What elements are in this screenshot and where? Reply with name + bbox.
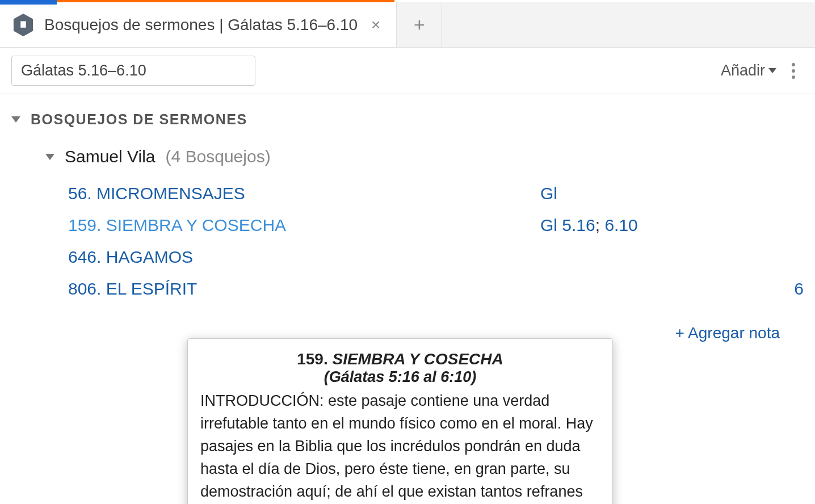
more-menu-button[interactable] [783, 60, 804, 82]
add-dropdown[interactable]: Añadir [721, 62, 776, 79]
section-title: BOSQUEJOS DE SERMONES [31, 111, 247, 128]
reference-link[interactable]: 6 [794, 273, 804, 305]
preview-popover: 159. SIEMBRA Y COSECHA (Gálatas 5:16 al … [187, 338, 613, 504]
popover-title: 159. SIEMBRA Y COSECHA [200, 350, 600, 368]
tab-bar: Bosquejos de sermones | Gálatas 5.16–6.1… [0, 2, 815, 48]
toolbar: Añadir [0, 48, 815, 94]
outline-link[interactable]: 646. HAGAMOS [68, 241, 533, 273]
reference-group: Gl 5.16; 6.10 [540, 209, 638, 241]
author-row[interactable]: Samuel Vila (4 Bosquejos) [45, 147, 804, 166]
tab-title: Bosquejos de sermones | Gálatas 5.16–6.1… [44, 16, 358, 34]
chevron-down-icon[interactable] [11, 116, 20, 123]
list-item: 646. HAGAMOS [68, 241, 804, 273]
popover-body: INTRODUCCIÓN: este pasaje contiene una v… [200, 389, 600, 504]
popover-subtitle: (Gálatas 5:16 al 6:10) [200, 368, 600, 386]
list-item: 159. SIEMBRA Y COSECHA Gl 5.16; 6.10 [68, 209, 804, 241]
new-tab-button[interactable]: + [397, 2, 442, 47]
chevron-down-icon[interactable] [45, 154, 54, 160]
loading-indicator [0, 0, 57, 5]
list-item: 806. EL ESPÍRIT 6 [68, 273, 804, 305]
outline-list: 56. MICROMENSAJES Gl 159. SIEMBRA Y COSE… [68, 178, 804, 305]
list-item: 56. MICROMENSAJES Gl [68, 178, 804, 209]
reference-input[interactable] [11, 56, 255, 86]
author-name: Samuel Vila [65, 147, 156, 166]
add-label: Añadir [721, 62, 765, 79]
chevron-down-icon [768, 68, 776, 73]
author-count: (4 Bosquejos) [166, 147, 271, 166]
svg-rect-1 [20, 21, 26, 27]
outline-link[interactable]: 159. SIEMBRA Y COSECHA [68, 209, 533, 241]
outline-link[interactable]: 806. EL ESPÍRIT [68, 273, 533, 305]
ref-separator: ; [595, 216, 605, 234]
reference-link[interactable]: 6.10 [604, 216, 637, 234]
reference-link[interactable]: Gl [540, 178, 557, 209]
tab-active[interactable]: Bosquejos de sermones | Gálatas 5.16–6.1… [0, 2, 397, 47]
content-area: BOSQUEJOS DE SERMONES Samuel Vila (4 Bos… [0, 94, 815, 322]
popover-title-text: SIEMBRA Y COSECHA [332, 350, 503, 368]
popover-title-number: 159. [297, 350, 332, 368]
close-icon[interactable]: × [368, 14, 384, 36]
add-note-button[interactable]: + Agregar nota [675, 324, 780, 342]
reference-link[interactable]: Gl 5.16 [540, 216, 595, 234]
outline-link[interactable]: 56. MICROMENSAJES [68, 178, 533, 209]
section-header[interactable]: BOSQUEJOS DE SERMONES [11, 111, 804, 128]
book-icon [12, 12, 34, 37]
